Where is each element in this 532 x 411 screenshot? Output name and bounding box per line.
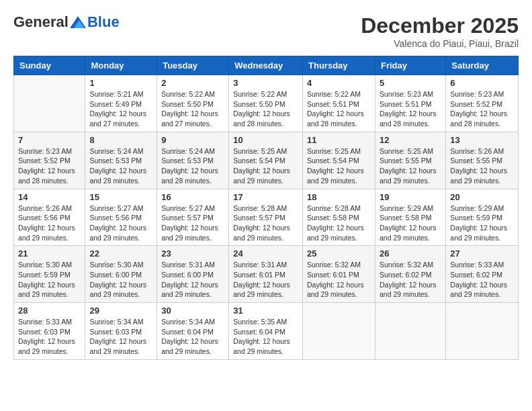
logo-icon [70,16,86,28]
calendar-cell: 22Sunrise: 5:30 AM Sunset: 6:00 PM Dayli… [85,246,157,303]
day-number: 11 [307,135,371,145]
weekday-header-row: SundayMondayTuesdayWednesdayThursdayFrid… [14,56,519,75]
day-number: 29 [89,306,152,316]
calendar-cell: 3Sunrise: 5:22 AM Sunset: 5:50 PM Daylig… [229,75,303,132]
day-number: 1 [89,78,152,88]
day-info: Sunrise: 5:22 AM Sunset: 5:50 PM Dayligh… [233,89,298,129]
calendar-cell [446,303,519,360]
weekday-header-monday: Monday [85,56,157,75]
week-row-2: 7Sunrise: 5:23 AM Sunset: 5:52 PM Daylig… [14,132,519,189]
day-number: 9 [161,135,224,145]
day-info: Sunrise: 5:29 AM Sunset: 5:58 PM Dayligh… [380,203,441,243]
calendar-cell: 6Sunrise: 5:23 AM Sunset: 5:52 PM Daylig… [446,75,519,132]
day-info: Sunrise: 5:31 AM Sunset: 6:01 PM Dayligh… [233,260,298,300]
calendar-cell: 10Sunrise: 5:25 AM Sunset: 5:54 PM Dayli… [229,132,303,189]
calendar-cell: 13Sunrise: 5:26 AM Sunset: 5:55 PM Dayli… [446,132,519,189]
day-info: Sunrise: 5:34 AM Sunset: 6:03 PM Dayligh… [89,317,152,357]
weekday-header-friday: Friday [375,56,445,75]
calendar-cell: 15Sunrise: 5:27 AM Sunset: 5:56 PM Dayli… [85,189,157,246]
calendar-cell: 9Sunrise: 5:24 AM Sunset: 5:53 PM Daylig… [157,132,229,189]
day-info: Sunrise: 5:34 AM Sunset: 6:04 PM Dayligh… [161,317,224,357]
calendar-cell [14,75,85,132]
day-info: Sunrise: 5:23 AM Sunset: 5:52 PM Dayligh… [18,146,81,186]
month-title: December 2025 [361,13,519,38]
day-info: Sunrise: 5:23 AM Sunset: 5:52 PM Dayligh… [450,89,514,129]
day-info: Sunrise: 5:28 AM Sunset: 5:57 PM Dayligh… [233,203,298,243]
day-info: Sunrise: 5:30 AM Sunset: 5:59 PM Dayligh… [18,260,81,300]
day-number: 14 [18,192,81,202]
calendar-cell: 7Sunrise: 5:23 AM Sunset: 5:52 PM Daylig… [14,132,85,189]
week-row-3: 14Sunrise: 5:26 AM Sunset: 5:56 PM Dayli… [14,189,519,246]
day-info: Sunrise: 5:27 AM Sunset: 5:56 PM Dayligh… [89,203,152,243]
week-row-5: 28Sunrise: 5:33 AM Sunset: 6:03 PM Dayli… [14,303,519,360]
day-number: 20 [450,192,514,202]
calendar-cell: 1Sunrise: 5:21 AM Sunset: 5:49 PM Daylig… [85,75,157,132]
calendar-cell: 28Sunrise: 5:33 AM Sunset: 6:03 PM Dayli… [14,303,85,360]
day-number: 13 [450,135,514,145]
day-info: Sunrise: 5:22 AM Sunset: 5:51 PM Dayligh… [307,89,371,129]
day-number: 5 [380,78,441,88]
day-number: 8 [89,135,152,145]
weekday-header-thursday: Thursday [303,56,375,75]
calendar-cell [375,303,445,360]
calendar-cell: 11Sunrise: 5:25 AM Sunset: 5:54 PM Dayli… [303,132,375,189]
calendar-cell: 31Sunrise: 5:35 AM Sunset: 6:04 PM Dayli… [229,303,303,360]
day-info: Sunrise: 5:21 AM Sunset: 5:49 PM Dayligh… [89,89,152,129]
weekday-header-saturday: Saturday [446,56,519,75]
day-info: Sunrise: 5:25 AM Sunset: 5:54 PM Dayligh… [233,146,298,186]
calendar-cell: 16Sunrise: 5:27 AM Sunset: 5:57 PM Dayli… [157,189,229,246]
weekday-header-sunday: Sunday [14,56,85,75]
day-info: Sunrise: 5:33 AM Sunset: 6:03 PM Dayligh… [18,317,81,357]
day-number: 7 [18,135,81,145]
day-number: 28 [18,306,81,316]
calendar-cell: 18Sunrise: 5:28 AM Sunset: 5:58 PM Dayli… [303,189,375,246]
day-number: 31 [233,306,298,316]
week-row-1: 1Sunrise: 5:21 AM Sunset: 5:49 PM Daylig… [14,75,519,132]
calendar-cell: 21Sunrise: 5:30 AM Sunset: 5:59 PM Dayli… [14,246,85,303]
calendar-cell: 24Sunrise: 5:31 AM Sunset: 6:01 PM Dayli… [229,246,303,303]
calendar-cell: 23Sunrise: 5:31 AM Sunset: 6:00 PM Dayli… [157,246,229,303]
calendar-cell: 5Sunrise: 5:23 AM Sunset: 5:51 PM Daylig… [375,75,445,132]
day-info: Sunrise: 5:35 AM Sunset: 6:04 PM Dayligh… [233,317,298,357]
day-info: Sunrise: 5:26 AM Sunset: 5:56 PM Dayligh… [18,203,81,243]
day-number: 27 [450,248,514,259]
day-number: 15 [89,192,152,202]
day-number: 23 [161,248,224,259]
calendar-cell: 2Sunrise: 5:22 AM Sunset: 5:50 PM Daylig… [157,75,229,132]
day-info: Sunrise: 5:31 AM Sunset: 6:00 PM Dayligh… [161,260,224,300]
week-row-4: 21Sunrise: 5:30 AM Sunset: 5:59 PM Dayli… [14,246,519,303]
day-info: Sunrise: 5:24 AM Sunset: 5:53 PM Dayligh… [161,146,224,186]
day-number: 24 [233,248,298,259]
calendar-cell [303,303,375,360]
day-info: Sunrise: 5:29 AM Sunset: 5:59 PM Dayligh… [450,203,514,243]
day-info: Sunrise: 5:25 AM Sunset: 5:54 PM Dayligh… [307,146,371,186]
weekday-header-tuesday: Tuesday [157,56,229,75]
calendar-cell: 12Sunrise: 5:25 AM Sunset: 5:55 PM Dayli… [375,132,445,189]
page-header: General Blue December 2025 Valenca do Pi… [13,13,519,49]
day-info: Sunrise: 5:28 AM Sunset: 5:58 PM Dayligh… [307,203,371,243]
calendar-cell: 8Sunrise: 5:24 AM Sunset: 5:53 PM Daylig… [85,132,157,189]
day-info: Sunrise: 5:26 AM Sunset: 5:55 PM Dayligh… [450,146,514,186]
day-number: 25 [307,248,371,259]
day-number: 18 [307,192,371,202]
calendar-cell: 17Sunrise: 5:28 AM Sunset: 5:57 PM Dayli… [229,189,303,246]
calendar-cell: 14Sunrise: 5:26 AM Sunset: 5:56 PM Dayli… [14,189,85,246]
logo-general-text: General [13,13,69,31]
day-number: 2 [161,78,224,88]
calendar-cell: 25Sunrise: 5:32 AM Sunset: 6:01 PM Dayli… [303,246,375,303]
title-block: December 2025 Valenca do Piaui, Piaui, B… [361,13,519,49]
day-info: Sunrise: 5:23 AM Sunset: 5:51 PM Dayligh… [380,89,441,129]
day-number: 26 [380,248,441,259]
day-number: 21 [18,248,81,259]
day-info: Sunrise: 5:33 AM Sunset: 6:02 PM Dayligh… [450,260,514,300]
day-number: 17 [233,192,298,202]
calendar-cell: 27Sunrise: 5:33 AM Sunset: 6:02 PM Dayli… [446,246,519,303]
calendar-cell: 4Sunrise: 5:22 AM Sunset: 5:51 PM Daylig… [303,75,375,132]
day-number: 6 [450,78,514,88]
calendar-table: SundayMondayTuesdayWednesdayThursdayFrid… [13,56,519,360]
day-number: 3 [233,78,298,88]
weekday-header-wednesday: Wednesday [229,56,303,75]
calendar-cell: 26Sunrise: 5:32 AM Sunset: 6:02 PM Dayli… [375,246,445,303]
day-number: 10 [233,135,298,145]
day-info: Sunrise: 5:32 AM Sunset: 6:01 PM Dayligh… [307,260,371,300]
